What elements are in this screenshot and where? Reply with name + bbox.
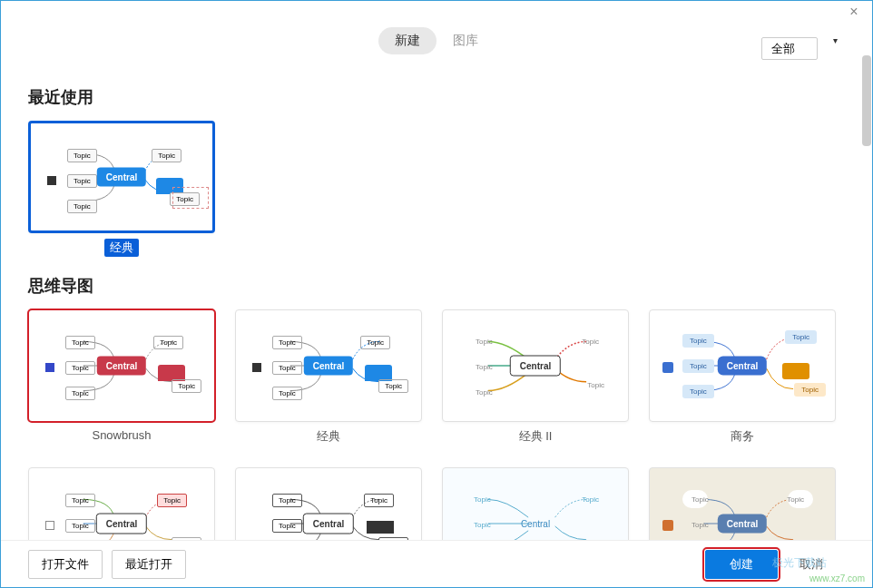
template-card[interactable]: Topic Topic Topic Central Topic Topic 经典 (28, 121, 215, 257)
open-file-button[interactable]: 打开文件 (28, 550, 103, 579)
template-label: 经典 (104, 239, 139, 257)
template-card[interactable]: Topic Topic Topic Central Topic Topic 经典… (442, 309, 629, 446)
template-card[interactable]: Topic Topic Topic Central Topic Topic Sn… (28, 309, 215, 446)
tab-library[interactable]: 图库 (436, 27, 495, 54)
template-card[interactable]: Topic Topic Topic Central Topic Topic (442, 467, 629, 545)
preview-style5: Topic Topic Topic Central Topic Topic (28, 467, 215, 545)
preview-snowbrush: Topic Topic Topic Central Topic Topic (28, 309, 215, 422)
preview-business: Topic Topic Topic Central Topic Topic (649, 309, 836, 422)
watermark-site: www.xz7.com (809, 573, 865, 583)
recent-open-button[interactable]: 最近打开 (112, 550, 186, 579)
template-card[interactable]: Topic Topic Topic Central Topic Topic (235, 467, 422, 545)
content: 最近使用 Topic Topic Topic Central (1, 59, 872, 545)
section-recent-title: 最近使用 (28, 86, 845, 108)
preview-style8: Topic Topic Topic Central Topic Topic (649, 467, 836, 545)
close-button[interactable]: × (843, 1, 865, 23)
top-tabs: 新建 图库 (378, 27, 495, 54)
preview-style7: Topic Topic Topic Central Topic Topic (442, 467, 629, 545)
preview-classic-ii: Topic Topic Topic Central Topic Topic (442, 309, 629, 422)
watermark-name: 极光下载站 (772, 555, 827, 571)
create-button[interactable]: 创建 (705, 550, 778, 579)
filter-select[interactable]: 全部 (761, 37, 818, 60)
header: 新建 图库 全部 (1, 23, 872, 59)
preview-style6: Topic Topic Topic Central Topic Topic (235, 467, 422, 545)
recent-grid: Topic Topic Topic Central Topic Topic 经典 (28, 121, 845, 257)
tab-new[interactable]: 新建 (378, 27, 436, 54)
template-card[interactable]: Topic Topic Topic Central Topic Topic 经典 (235, 309, 422, 446)
section-mindmap-title: 思维导图 (28, 275, 845, 297)
template-label: 经典 II (514, 427, 558, 446)
template-label: Snowbrush (86, 427, 156, 443)
template-card[interactable]: Topic Topic Topic Central Topic Topic (28, 467, 215, 545)
template-label: 经典 (311, 427, 346, 446)
mindmap-grid: Topic Topic Topic Central Topic Topic Sn… (28, 309, 845, 545)
footer: 打开文件 最近打开 创建 取消 (1, 540, 872, 587)
titlebar: × (1, 1, 872, 23)
template-card[interactable]: Topic Topic Topic Central Topic Topic (649, 467, 836, 545)
scrollbar[interactable] (862, 55, 871, 146)
template-card[interactable]: Topic Topic Topic Central Topic Topic 商务 (649, 309, 836, 446)
preview-classic: Topic Topic Topic Central Topic Topic (235, 309, 422, 422)
preview-classic-selected: Topic Topic Topic Central Topic Topic (28, 121, 215, 233)
template-label: 商务 (725, 427, 760, 446)
